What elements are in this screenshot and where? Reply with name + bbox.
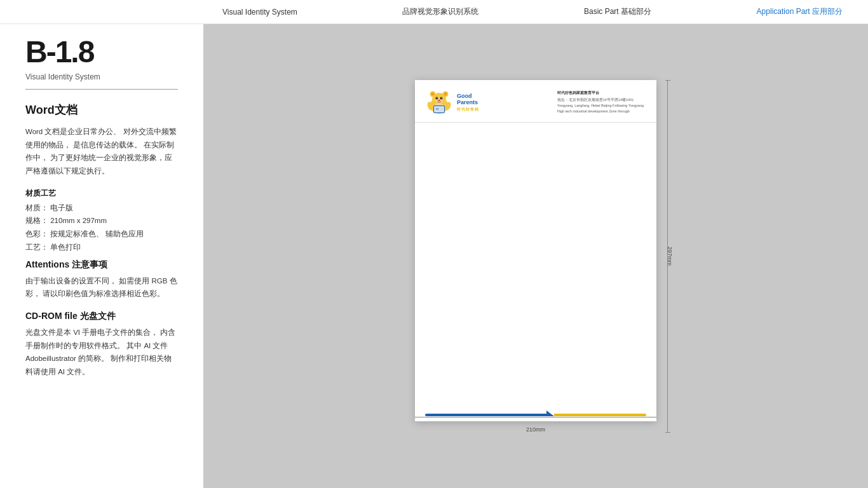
nav-item-brand[interactable]: 品牌视觉形象识别系统 bbox=[402, 6, 478, 17]
logo-parents: Parents bbox=[457, 100, 479, 106]
page-subtitle: Visual Identity System bbox=[25, 72, 178, 81]
svg-text:VI: VI bbox=[436, 107, 438, 111]
logo-area: VI Good Parents 时代好爸妈 bbox=[425, 90, 479, 116]
logo-text-area: Good Parents 时代好爸妈 bbox=[457, 93, 479, 112]
sidebar-divider bbox=[25, 89, 178, 90]
doc-preview-wrapper: VI Good Parents 时代好爸妈 时代好爸妈家庭教育平台 地址：北京市… bbox=[415, 80, 656, 433]
measurement-tick-bottom bbox=[665, 432, 670, 433]
svg-point-10 bbox=[441, 97, 442, 98]
section-title: Word文档 bbox=[25, 102, 178, 118]
left-sidebar: B-1.8 Visual Identity System Word文档 Word… bbox=[0, 24, 203, 488]
cdrom-title: CD-ROM file 光盘文件 bbox=[25, 311, 178, 322]
address-line2: Yongyang, Langfang, Hebei Beijing Follow… bbox=[557, 103, 644, 109]
nav-item-vis[interactable]: Visual Identity System bbox=[222, 8, 297, 17]
svg-point-5 bbox=[444, 92, 447, 95]
measurement-line-right bbox=[667, 80, 668, 433]
section-body: Word 文档是企业日常办公、 对外交流中频繁使用的物品， 是信息传达的载体。 … bbox=[25, 125, 178, 178]
footer-line-yellow bbox=[554, 414, 646, 416]
spec-item-1: 材质： 电子版 bbox=[25, 201, 178, 215]
logo-bear-icon: VI bbox=[425, 90, 453, 116]
svg-point-9 bbox=[437, 97, 437, 98]
svg-point-8 bbox=[440, 97, 443, 99]
cdrom-body: 光盘文件是本 VI 手册电子文件的集合， 内含手册制作时的专用软件格式。 其中 … bbox=[25, 326, 178, 379]
paper-body bbox=[415, 123, 656, 405]
spec-item-2: 规格： 210mm x 297mm bbox=[25, 214, 178, 227]
address-line1: 地址：北京市朝区农展南里14号平西14楼1401 bbox=[557, 97, 644, 103]
logo-cn: 时代好爸妈 bbox=[457, 107, 479, 112]
measurement-line-bottom bbox=[415, 417, 656, 417]
platform-name: 时代好爸妈家庭教育平台 bbox=[557, 90, 644, 97]
nav-item-basic[interactable]: Basic Part 基础部分 bbox=[584, 6, 651, 17]
spec-item-4: 工艺： 单色打印 bbox=[25, 241, 178, 254]
doc-paper: VI Good Parents 时代好爸妈 时代好爸妈家庭教育平台 地址：北京市… bbox=[415, 80, 656, 421]
svg-point-11 bbox=[438, 99, 440, 100]
svg-point-4 bbox=[431, 92, 435, 95]
attentions-title: Attentions 注意事项 bbox=[25, 259, 178, 271]
spec-item-3: 色彩： 按规定标准色、 辅助色应用 bbox=[25, 227, 178, 241]
nav-right-block: Visual Identity System 品牌视觉形象识别系统 Basic … bbox=[222, 6, 843, 17]
attentions-body: 由于输出设备的设置不同， 如需使用 RGB 色彩， 请以印刷色值为标准选择相近色… bbox=[25, 274, 178, 301]
footer-line-blue bbox=[425, 414, 546, 416]
page-code: B-1.8 bbox=[25, 37, 178, 67]
nav-item-app[interactable]: Application Part 应用部分 bbox=[757, 6, 843, 17]
address-line3: High tech industrial development Zone th… bbox=[557, 109, 644, 114]
spec-section-title: 材质工艺 bbox=[25, 188, 178, 199]
svg-point-7 bbox=[436, 97, 438, 99]
footer-chevron-icon bbox=[546, 410, 554, 416]
measurement-tick-top bbox=[665, 80, 670, 81]
paper-header: VI Good Parents 时代好爸妈 时代好爸妈家庭教育平台 地址：北京市… bbox=[415, 80, 656, 123]
paper-address: 时代好爸妈家庭教育平台 地址：北京市朝区农展南里14号平西14楼1401 Yon… bbox=[557, 90, 644, 114]
measurement-width: 210mm bbox=[526, 426, 545, 433]
paper-footer bbox=[415, 405, 656, 416]
main-layout: B-1.8 Visual Identity System Word文档 Word… bbox=[0, 24, 868, 488]
nav-bar: Visual Identity System 品牌视觉形象识别系统 Basic … bbox=[0, 0, 868, 24]
right-content: VI Good Parents 时代好爸妈 时代好爸妈家庭教育平台 地址：北京市… bbox=[203, 24, 868, 488]
